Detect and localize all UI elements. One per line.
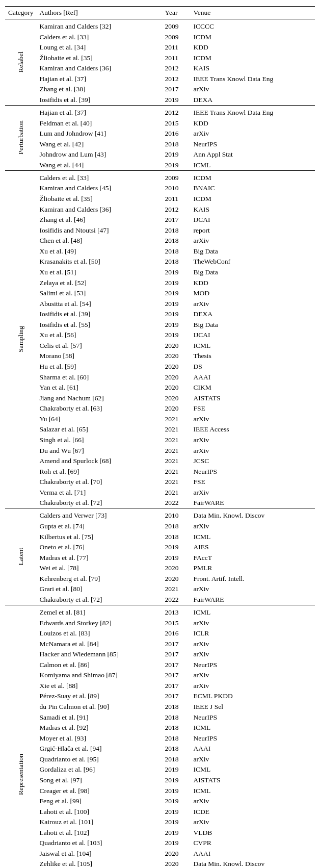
table-row: Chen et al. [48]2018arXiv: [5, 236, 315, 246]
authors-cell: Hacker and Wiedemann [85]: [37, 649, 162, 660]
venue-cell: arXiv: [191, 414, 315, 424]
table-row: Singh et al. [66]2021arXiv: [5, 435, 315, 445]
venue-cell: arXiv: [191, 445, 315, 456]
authors-cell: Grari et al. [80]: [37, 584, 162, 595]
venue-cell: Big Data: [191, 246, 315, 257]
venue-cell: DS: [191, 362, 315, 372]
venue-cell: arXiv: [191, 680, 315, 691]
authors-cell: Madras et al. [92]: [37, 723, 162, 733]
year-cell: 2019: [162, 330, 191, 341]
year-cell: 2018: [162, 531, 191, 542]
year-cell: 2017: [162, 215, 191, 225]
venue-cell: JCSC: [191, 456, 315, 467]
authors-cell: Iosifidis and Ntoutsi [47]: [37, 225, 162, 236]
table-row: Madras et al. [77]2019FAccT: [5, 552, 315, 563]
year-cell: 2013: [162, 605, 191, 618]
table-row: Gordaliza et al. [96]2019ICML: [5, 764, 315, 775]
authors-cell: Jaiswal et al. [104]: [37, 848, 162, 859]
year-cell: 2020: [162, 393, 191, 403]
year-cell: 2017: [162, 670, 191, 681]
table-row: Hacker and Wiedemann [85]2017arXiv: [5, 649, 315, 660]
authors-cell: Kehrenberg et al. [79]: [37, 573, 162, 584]
table-row: Žliobaite et al. [35]2011ICDM: [5, 194, 315, 205]
venue-cell: ICML: [191, 340, 315, 351]
authors-cell: Loung et al. [34]: [37, 42, 162, 53]
table-row: Sharma et al. [60]2020AAAI: [5, 372, 315, 382]
authors-cell: Salazar et al. [65]: [37, 424, 162, 435]
year-cell: 2017: [162, 691, 191, 702]
venue-cell: NeurIPS: [191, 139, 315, 149]
table-row: Iosifidis et al. [39]2019DEXA: [5, 94, 315, 105]
header-year: Year: [162, 7, 191, 19]
table-row: McNamara et al. [84]2017arXiv: [5, 639, 315, 649]
authors-cell: Johndrow and Lum [43]: [37, 149, 162, 160]
year-cell: 2016: [162, 129, 191, 139]
year-cell: 2018: [162, 702, 191, 712]
authors-cell: Zhang et al. [38]: [37, 84, 162, 95]
table-header-row: Category Authors [Ref] Year Venue: [5, 7, 315, 19]
table-row: Madras et al. [92]2018ICML: [5, 723, 315, 733]
year-cell: 2018: [162, 521, 191, 531]
venue-cell: KAIS: [191, 204, 315, 215]
year-cell: 2021: [162, 414, 191, 424]
table-row: Chakraborty et al. [63]2020FSE: [5, 403, 315, 414]
authors-cell: Xu et al. [51]: [37, 267, 162, 277]
authors-cell: Lahoti et al. [102]: [37, 827, 162, 838]
year-cell: 2018: [162, 744, 191, 754]
table-row: Hajian et al. [37]2012IEEE Trans Knowl D…: [5, 73, 315, 84]
table-row: Chakraborty et al. [72]2022FairWARE: [5, 498, 315, 508]
authors-cell: Samadi et al. [91]: [37, 712, 162, 723]
category-cell: Latent: [5, 508, 37, 605]
venue-cell: VLDB: [191, 827, 315, 838]
venue-cell: ICML: [191, 764, 315, 775]
venue-cell: ICML: [191, 723, 315, 733]
authors-cell: Chakraborty et al. [72]: [37, 498, 162, 508]
category-cell: Representation: [5, 605, 37, 868]
venue-cell: BNAIC: [191, 183, 315, 194]
year-cell: 2018: [162, 712, 191, 723]
authors-cell: Wei et al. [78]: [37, 563, 162, 574]
year-cell: 2017: [162, 84, 191, 95]
year-cell: 2019: [162, 806, 191, 817]
venue-cell: FSE: [191, 477, 315, 488]
table-row: Iosifidis and Ntoutsi [47]2018report: [5, 225, 315, 236]
table-row: Quadrianto et al. [95]2018arXiv: [5, 754, 315, 764]
table-row: Loung et al. [34]2011KDD: [5, 42, 315, 53]
venue-cell: arXiv: [191, 521, 315, 531]
venue-cell: arXiv: [191, 817, 315, 828]
table-row: Feldman et al. [40]2015KDD: [5, 118, 315, 129]
table-row: Samadi et al. [91]2018NeurIPS: [5, 712, 315, 723]
year-cell: 2019: [162, 827, 191, 838]
authors-cell: Calders et al. [33]: [37, 32, 162, 42]
category-cell: Perturbation: [5, 106, 37, 171]
table-row: Zhang et al. [38]2017arXiv: [5, 84, 315, 95]
year-cell: 2012: [162, 63, 191, 74]
year-cell: 2019: [162, 277, 191, 288]
year-cell: 2021: [162, 424, 191, 435]
header-authors: Authors [Ref]: [37, 7, 162, 19]
authors-cell: Zehlike et al. [105]: [37, 859, 162, 868]
year-cell: 2010: [162, 183, 191, 194]
year-cell: 2019: [162, 764, 191, 775]
table-row: Yu [64]2021arXiv: [5, 414, 315, 424]
venue-cell: ICML: [191, 785, 315, 796]
venue-cell: IJCAI: [191, 330, 315, 341]
year-cell: 2020: [162, 848, 191, 859]
table-row: RelabelKamiran and Calders [32]2009ICCCC: [5, 19, 315, 32]
year-cell: 2019: [162, 94, 191, 105]
venue-cell: arXiv: [191, 584, 315, 595]
table-row: Feng et al. [99]2019arXiv: [5, 796, 315, 807]
authors-cell: Iosifidis et al. [39]: [37, 309, 162, 320]
venue-cell: FairWARE: [191, 594, 315, 605]
venue-cell: arXiv: [191, 435, 315, 445]
category-label: Latent: [16, 548, 26, 565]
authors-cell: Yan et al. [61]: [37, 382, 162, 393]
year-cell: 2019: [162, 796, 191, 807]
year-cell: 2020: [162, 362, 191, 372]
authors-cell: Calmon et al. [86]: [37, 659, 162, 670]
venue-cell: arXiv: [191, 298, 315, 309]
year-cell: 2019: [162, 149, 191, 160]
year-cell: 2019: [162, 552, 191, 563]
table-row: Lahoti et al. [100]2019ICDE: [5, 806, 315, 817]
year-cell: 2009: [162, 170, 191, 183]
